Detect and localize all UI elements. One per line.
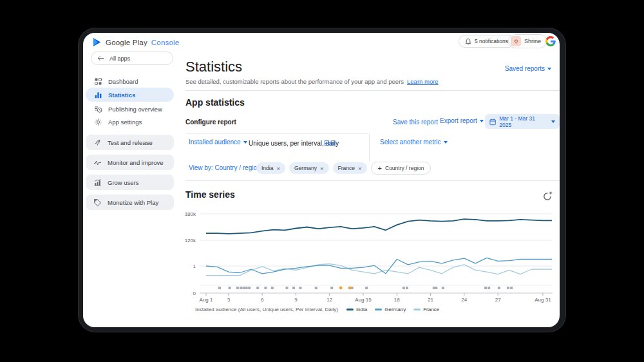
filter-chip-india[interactable]: India × — [256, 162, 285, 174]
view-by-dropdown[interactable]: View by: Country / region — [189, 164, 267, 171]
legend-swatch — [413, 309, 421, 310]
rocket-icon — [93, 138, 102, 147]
google-play-console-logo[interactable]: Google Play Console — [92, 37, 179, 47]
legend-series-name: France — [423, 307, 439, 312]
sidebar-section-monitor-and-improve[interactable]: Monitor and improve — [86, 155, 174, 170]
growth-chart-icon — [93, 178, 102, 187]
metric-dimension-dropdown[interactable]: Installed audience — [189, 138, 247, 146]
svg-text:0: 0 — [193, 291, 196, 296]
legend-item: France — [413, 307, 439, 312]
close-icon[interactable]: × — [276, 165, 280, 172]
svg-text:6: 6 — [261, 297, 264, 303]
edit-metric-button[interactable]: Edit — [324, 140, 335, 147]
svg-text:3: 3 — [227, 297, 231, 303]
sidebar-item-dashboard[interactable]: Dashboard — [83, 75, 178, 88]
chevron-down-icon — [444, 141, 448, 144]
time-series-title: Time series — [185, 189, 235, 200]
svg-text:Aug 1: Aug 1 — [200, 297, 213, 303]
saved-reports-label: Saved reports — [505, 65, 545, 72]
chevron-down-icon — [547, 68, 551, 70]
sidebar-item-app-settings[interactable]: App settings — [83, 115, 178, 128]
filter-chip-row: India × Germany × France × + Country / r… — [256, 162, 431, 175]
publishing-overview-icon — [94, 105, 102, 113]
chip-label: Germany — [294, 165, 317, 171]
legend-series-name: India — [356, 307, 367, 312]
legend-footer-label: Installed audience (All users, Unique us… — [195, 307, 338, 312]
google-account-button[interactable] — [545, 36, 556, 49]
chart-legend: Installed audience (All users, Unique us… — [195, 307, 439, 312]
configure-report-label: Configure report — [185, 119, 236, 126]
app-name: Shrine — [524, 38, 541, 44]
all-apps-label: All apps — [109, 55, 130, 62]
export-report-label: Export report — [440, 117, 477, 124]
legend-swatch — [375, 309, 382, 310]
svg-text:Aug 15: Aug 15 — [355, 297, 372, 303]
legend-item: Germany — [375, 307, 406, 312]
bell-icon — [465, 38, 471, 45]
google-g-icon — [545, 36, 556, 46]
svg-text:27: 27 — [495, 297, 501, 303]
divider — [369, 134, 370, 161]
svg-text:120k: 120k — [185, 238, 196, 243]
brand-text: Google Play — [106, 39, 147, 46]
filter-chip-germany[interactable]: Germany × — [289, 162, 329, 174]
dark-backdrop: Google Play Console 5 notifications Shri — [0, 0, 644, 362]
close-icon[interactable]: × — [358, 165, 362, 172]
dashboard-icon — [94, 77, 102, 86]
chevron-down-icon — [243, 141, 247, 144]
close-icon[interactable]: × — [320, 165, 324, 172]
filter-chip-france[interactable]: France × — [333, 162, 367, 174]
sidebar-item-statistics[interactable]: Statistics — [86, 88, 174, 102]
metric-dimension-label: Installed audience — [189, 138, 241, 146]
select-another-metric-dropdown[interactable]: Select another metric — [380, 138, 448, 146]
chip-label: France — [338, 165, 355, 171]
divider — [185, 180, 560, 181]
notifications-button[interactable]: 5 notifications — [459, 35, 515, 48]
sidebar-section-label: Monetize with Play — [108, 199, 158, 206]
refresh-schedule-button[interactable] — [542, 191, 553, 204]
sidebar-item-label: Statistics — [108, 91, 135, 99]
add-chip-label: Country / region — [385, 165, 424, 171]
tablet-frame: Google Play Console 5 notifications Shri — [79, 28, 565, 332]
section-title: App statistics — [185, 97, 245, 108]
sidebar-item-label: App settings — [108, 119, 142, 126]
sidebar-section-label: Monitor and improve — [108, 159, 164, 166]
sidebar-section-grow-users[interactable]: Grow users — [86, 175, 174, 190]
chevron-down-icon — [551, 120, 555, 123]
chip-label: India — [261, 165, 273, 171]
learn-more-link[interactable]: Learn more — [407, 78, 439, 85]
svg-text:Aug 31: Aug 31 — [535, 297, 551, 303]
gear-icon — [94, 118, 102, 126]
svg-text:9: 9 — [294, 297, 298, 303]
add-country-region-button[interactable]: + Country / region — [371, 162, 431, 175]
subtitle-text: See detailed, customizable reports about… — [185, 78, 404, 85]
svg-text:12: 12 — [327, 297, 332, 303]
sidebar-section-label: Test and release — [108, 139, 153, 146]
time-series-chart[interactable]: 180k120k10Aug 136912Aug 1518212427Aug 31 — [180, 204, 560, 305]
save-report-button[interactable]: Save this report — [393, 119, 438, 126]
svg-text:21: 21 — [428, 297, 433, 303]
date-range-picker[interactable]: Mar 1 - Mar 31 2025 — [485, 114, 560, 129]
app-icon-shrine — [511, 36, 521, 46]
svg-text:1: 1 — [193, 263, 196, 269]
play-triangle-icon — [92, 37, 102, 47]
back-arrow-icon — [97, 55, 104, 61]
sidebar-section-monetize-with-play[interactable]: Monetize with Play — [86, 195, 174, 210]
saved-reports-button[interactable]: Saved reports — [505, 65, 551, 72]
view-by-label: View by: Country / region — [189, 164, 261, 171]
plus-icon: + — [378, 164, 382, 172]
pulse-icon — [93, 158, 102, 167]
sidebar-item-publishing-overview[interactable]: Publishing overview — [83, 102, 178, 115]
statistics-icon — [94, 91, 102, 99]
export-report-button[interactable]: Export report — [440, 117, 484, 124]
sidebar-item-label: Dashboard — [108, 78, 138, 85]
app-switcher-chip[interactable]: Shrine — [508, 34, 547, 48]
tag-icon — [93, 198, 102, 207]
notifications-label: 5 notifications — [475, 38, 508, 44]
clock-refresh-icon — [542, 191, 553, 202]
legend-series-name: Germany — [384, 307, 406, 312]
sidebar-item-label: Publishing overview — [108, 106, 162, 113]
sidebar-section-test-and-release[interactable]: Test and release — [86, 135, 174, 150]
svg-text:18: 18 — [394, 297, 400, 303]
all-apps-button[interactable]: All apps — [91, 52, 173, 65]
